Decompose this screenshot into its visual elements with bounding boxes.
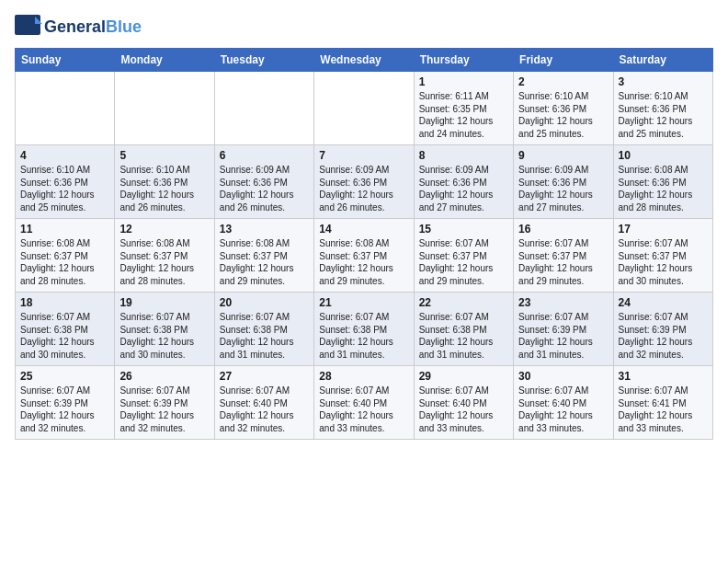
day-number: 1 <box>419 75 508 88</box>
calendar-week-row: 18Sunrise: 6:07 AM Sunset: 6:38 PM Dayli… <box>16 293 713 366</box>
weekday-header: Wednesday <box>314 49 414 72</box>
day-number: 13 <box>220 223 309 236</box>
day-info: Sunrise: 6:11 AM Sunset: 6:35 PM Dayligh… <box>419 90 508 140</box>
day-info: Sunrise: 6:08 AM Sunset: 6:37 PM Dayligh… <box>119 237 209 287</box>
day-info: Sunrise: 6:07 AM Sunset: 6:37 PM Dayligh… <box>518 237 608 287</box>
day-number: 31 <box>619 370 708 383</box>
calendar-cell: 24Sunrise: 6:07 AM Sunset: 6:39 PM Dayli… <box>613 293 712 366</box>
calendar-cell: 20Sunrise: 6:07 AM Sunset: 6:38 PM Dayli… <box>214 293 313 366</box>
calendar-week-row: 1Sunrise: 6:11 AM Sunset: 6:35 PM Daylig… <box>16 72 713 145</box>
calendar-cell: 30Sunrise: 6:07 AM Sunset: 6:40 PM Dayli… <box>514 366 613 440</box>
day-number: 7 <box>319 149 408 162</box>
day-number: 26 <box>119 370 209 383</box>
day-number: 15 <box>419 223 508 236</box>
header: GeneralBlue <box>15 15 713 40</box>
calendar-cell: 13Sunrise: 6:08 AM Sunset: 6:37 PM Dayli… <box>214 219 313 293</box>
day-info: Sunrise: 6:08 AM Sunset: 6:37 PM Dayligh… <box>220 237 309 287</box>
day-number: 16 <box>518 223 608 236</box>
day-info: Sunrise: 6:07 AM Sunset: 6:39 PM Dayligh… <box>119 385 209 434</box>
day-number: 14 <box>319 223 408 236</box>
day-number: 30 <box>518 370 608 383</box>
day-number: 29 <box>419 370 508 383</box>
weekday-header: Tuesday <box>214 49 313 72</box>
calendar-cell: 17Sunrise: 6:07 AM Sunset: 6:37 PM Dayli… <box>613 219 712 293</box>
day-info: Sunrise: 6:10 AM Sunset: 6:36 PM Dayligh… <box>119 164 209 213</box>
day-number: 12 <box>119 223 209 236</box>
day-info: Sunrise: 6:07 AM Sunset: 6:40 PM Dayligh… <box>319 385 408 434</box>
calendar-cell: 2Sunrise: 6:10 AM Sunset: 6:36 PM Daylig… <box>514 72 613 145</box>
day-number: 4 <box>20 149 109 162</box>
calendar-cell <box>314 72 414 145</box>
day-number: 19 <box>119 296 209 309</box>
calendar-cell: 8Sunrise: 6:09 AM Sunset: 6:36 PM Daylig… <box>414 145 513 219</box>
day-info: Sunrise: 6:08 AM Sunset: 6:37 PM Dayligh… <box>20 237 109 287</box>
day-info: Sunrise: 6:07 AM Sunset: 6:38 PM Dayligh… <box>119 311 209 361</box>
day-info: Sunrise: 6:09 AM Sunset: 6:36 PM Dayligh… <box>518 164 608 213</box>
day-number: 10 <box>619 149 708 162</box>
calendar-cell: 12Sunrise: 6:08 AM Sunset: 6:37 PM Dayli… <box>115 219 214 293</box>
calendar-cell: 14Sunrise: 6:08 AM Sunset: 6:37 PM Dayli… <box>314 219 414 293</box>
calendar-cell: 7Sunrise: 6:09 AM Sunset: 6:36 PM Daylig… <box>314 145 414 219</box>
calendar: SundayMondayTuesdayWednesdayThursdayFrid… <box>15 48 713 440</box>
calendar-cell: 26Sunrise: 6:07 AM Sunset: 6:39 PM Dayli… <box>115 366 214 440</box>
calendar-cell <box>115 72 214 145</box>
day-number: 2 <box>518 75 608 88</box>
day-number: 28 <box>319 370 408 383</box>
day-info: Sunrise: 6:09 AM Sunset: 6:36 PM Dayligh… <box>319 164 408 213</box>
day-number: 9 <box>518 149 608 162</box>
day-number: 24 <box>619 296 708 309</box>
day-info: Sunrise: 6:07 AM Sunset: 6:40 PM Dayligh… <box>220 385 309 434</box>
weekday-header: Monday <box>115 49 214 72</box>
calendar-cell: 18Sunrise: 6:07 AM Sunset: 6:38 PM Dayli… <box>16 293 115 366</box>
calendar-week-row: 11Sunrise: 6:08 AM Sunset: 6:37 PM Dayli… <box>16 219 713 293</box>
weekday-header: Thursday <box>414 49 513 72</box>
calendar-cell: 29Sunrise: 6:07 AM Sunset: 6:40 PM Dayli… <box>414 366 513 440</box>
day-number: 25 <box>20 370 109 383</box>
calendar-cell: 22Sunrise: 6:07 AM Sunset: 6:38 PM Dayli… <box>414 293 513 366</box>
calendar-week-row: 4Sunrise: 6:10 AM Sunset: 6:36 PM Daylig… <box>16 145 713 219</box>
day-info: Sunrise: 6:10 AM Sunset: 6:36 PM Dayligh… <box>20 164 109 213</box>
day-info: Sunrise: 6:09 AM Sunset: 6:36 PM Dayligh… <box>220 164 309 213</box>
weekday-header: Saturday <box>613 49 712 72</box>
day-info: Sunrise: 6:07 AM Sunset: 6:38 PM Dayligh… <box>20 311 109 361</box>
day-info: Sunrise: 6:07 AM Sunset: 6:39 PM Dayligh… <box>619 311 708 361</box>
weekday-header: Friday <box>514 49 613 72</box>
day-info: Sunrise: 6:07 AM Sunset: 6:37 PM Dayligh… <box>419 237 508 287</box>
day-info: Sunrise: 6:08 AM Sunset: 6:36 PM Dayligh… <box>619 164 708 213</box>
day-number: 8 <box>419 149 508 162</box>
calendar-cell: 5Sunrise: 6:10 AM Sunset: 6:36 PM Daylig… <box>115 145 214 219</box>
calendar-week-row: 25Sunrise: 6:07 AM Sunset: 6:39 PM Dayli… <box>16 366 713 440</box>
calendar-cell <box>16 72 115 145</box>
day-info: Sunrise: 6:07 AM Sunset: 6:38 PM Dayligh… <box>419 311 508 361</box>
calendar-cell: 10Sunrise: 6:08 AM Sunset: 6:36 PM Dayli… <box>613 145 712 219</box>
day-number: 22 <box>419 296 508 309</box>
day-info: Sunrise: 6:07 AM Sunset: 6:41 PM Dayligh… <box>619 385 708 434</box>
day-number: 5 <box>119 149 209 162</box>
calendar-cell: 25Sunrise: 6:07 AM Sunset: 6:39 PM Dayli… <box>16 366 115 440</box>
day-info: Sunrise: 6:07 AM Sunset: 6:39 PM Dayligh… <box>518 311 608 361</box>
calendar-cell: 11Sunrise: 6:08 AM Sunset: 6:37 PM Dayli… <box>16 219 115 293</box>
day-number: 27 <box>220 370 309 383</box>
calendar-cell: 21Sunrise: 6:07 AM Sunset: 6:38 PM Dayli… <box>314 293 414 366</box>
calendar-cell: 28Sunrise: 6:07 AM Sunset: 6:40 PM Dayli… <box>314 366 414 440</box>
calendar-cell: 19Sunrise: 6:07 AM Sunset: 6:38 PM Dayli… <box>115 293 214 366</box>
day-number: 3 <box>619 75 708 88</box>
svg-rect-0 <box>15 15 40 35</box>
day-number: 17 <box>619 223 708 236</box>
day-info: Sunrise: 6:07 AM Sunset: 6:38 PM Dayligh… <box>220 311 309 361</box>
day-number: 6 <box>220 149 309 162</box>
calendar-cell <box>214 72 313 145</box>
calendar-header-row: SundayMondayTuesdayWednesdayThursdayFrid… <box>16 49 713 72</box>
day-info: Sunrise: 6:08 AM Sunset: 6:37 PM Dayligh… <box>319 237 408 287</box>
day-number: 23 <box>518 296 608 309</box>
calendar-cell: 16Sunrise: 6:07 AM Sunset: 6:37 PM Dayli… <box>514 219 613 293</box>
logo-blue: Blue <box>106 17 142 36</box>
calendar-cell: 23Sunrise: 6:07 AM Sunset: 6:39 PM Dayli… <box>514 293 613 366</box>
logo-general: General <box>44 17 106 36</box>
day-info: Sunrise: 6:07 AM Sunset: 6:37 PM Dayligh… <box>619 237 708 287</box>
day-info: Sunrise: 6:07 AM Sunset: 6:40 PM Dayligh… <box>419 385 508 434</box>
calendar-cell: 15Sunrise: 6:07 AM Sunset: 6:37 PM Dayli… <box>414 219 513 293</box>
day-info: Sunrise: 6:10 AM Sunset: 6:36 PM Dayligh… <box>619 90 708 140</box>
calendar-cell: 4Sunrise: 6:10 AM Sunset: 6:36 PM Daylig… <box>16 145 115 219</box>
calendar-cell: 9Sunrise: 6:09 AM Sunset: 6:36 PM Daylig… <box>514 145 613 219</box>
